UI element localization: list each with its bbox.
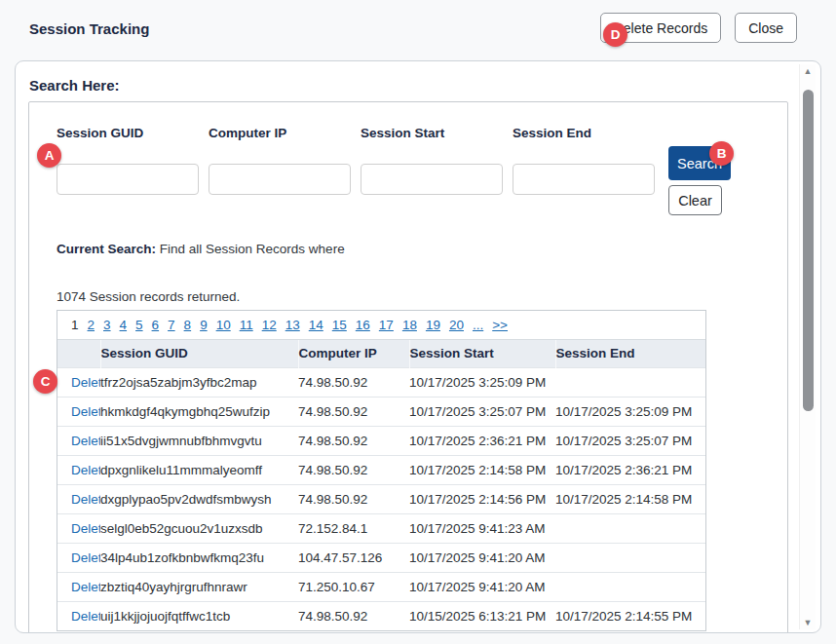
- session-end-input[interactable]: [513, 164, 655, 195]
- session-start-cell: 10/17/2025 3:25:09 PM: [409, 368, 555, 398]
- session-start-column-header: Session Start: [409, 340, 555, 368]
- delete-row-link[interactable]: Delete: [71, 463, 100, 477]
- delete-row-link[interactable]: Delete: [71, 580, 100, 594]
- table-row: Deletedpxgnlikelu11mmmalyeomff74.98.50.9…: [57, 456, 705, 485]
- delete-row-link[interactable]: Delete: [71, 609, 100, 624]
- session-guid-cell: dpxgnlikelu11mmmalyeomff: [100, 456, 298, 485]
- pagination-link[interactable]: 14: [309, 318, 323, 332]
- pagination-link[interactable]: 7: [168, 318, 175, 332]
- pagination-link[interactable]: 3: [103, 318, 111, 332]
- table-header-row: Session GUID Computer IP Session Start S…: [57, 340, 705, 368]
- pagination-link[interactable]: 9: [200, 318, 208, 332]
- session-start-label: Session Start: [361, 126, 513, 140]
- search-heading: Search Here:: [29, 77, 786, 94]
- pagination-link[interactable]: 13: [285, 318, 300, 332]
- session-start-cell: 10/15/2025 6:13:21 PM: [409, 602, 555, 631]
- session-start-cell: 10/17/2025 9:41:23 AM: [409, 514, 555, 544]
- delete-cell: Delete: [57, 573, 100, 602]
- pagination-link[interactable]: 2: [88, 318, 95, 332]
- delete-cell: Delete: [57, 398, 100, 427]
- pagination: 1234567891011121314151617181920...>>: [57, 311, 705, 340]
- pagination-link[interactable]: 12: [262, 318, 277, 332]
- session-guid-cell: selgl0eb52gcuou2v1uzxsdb: [100, 514, 298, 544]
- computer-ip-cell: 74.98.50.92: [298, 602, 409, 631]
- computer-ip-cell: 104.47.57.126: [298, 544, 409, 573]
- pagination-link[interactable]: 17: [379, 318, 394, 332]
- session-end-column-header: Session End: [555, 340, 705, 368]
- scroll-up-icon[interactable]: ▲: [800, 64, 816, 78]
- session-start-input[interactable]: [361, 164, 503, 195]
- current-search-text: Find all Session Records where: [160, 242, 345, 256]
- session-end-cell: 10/17/2025 2:14:55 PM: [555, 602, 705, 631]
- table-row: Deletehkmkdgf4qkymgbhq25wufzip74.98.50.9…: [57, 398, 705, 427]
- computer-ip-cell: 74.98.50.92: [298, 427, 409, 456]
- delete-cell: Delete: [57, 456, 100, 485]
- pagination-link[interactable]: 8: [184, 318, 192, 332]
- session-guid-cell: ii51x5dvgjwmnubfbhmvgvtu: [100, 427, 298, 456]
- pagination-link[interactable]: 20: [449, 318, 464, 332]
- pagination-link[interactable]: 5: [135, 318, 143, 332]
- delete-row-link[interactable]: Delete: [71, 404, 100, 419]
- delete-cell: Delete: [57, 544, 100, 573]
- pagination-link[interactable]: 11: [240, 318, 253, 332]
- computer-ip-cell: 74.98.50.92: [298, 368, 409, 398]
- session-start-cell: 10/17/2025 3:25:07 PM: [409, 398, 555, 427]
- session-guid-column-header: Session GUID: [100, 340, 298, 368]
- computer-ip-input[interactable]: [209, 164, 351, 195]
- session-end-cell: [555, 544, 705, 573]
- session-end-cell: 10/17/2025 3:25:07 PM: [555, 427, 705, 456]
- annotation-badge-a: A: [37, 143, 61, 168]
- session-guid-cell: 34lp4ub1zofkbnbwfkmq23fu: [100, 544, 298, 573]
- pagination-link[interactable]: 18: [402, 318, 417, 332]
- pagination-link[interactable]: 19: [426, 318, 440, 332]
- session-end-cell: [555, 368, 705, 398]
- field-session-guid: Session GUID: [57, 126, 209, 215]
- session-end-cell: 10/17/2025 2:14:58 PM: [555, 485, 705, 514]
- session-end-cell: [555, 573, 705, 602]
- scroll-down-icon[interactable]: ▼: [800, 616, 816, 629]
- current-search-label: Current Search:: [57, 242, 156, 256]
- field-session-end: Session End: [513, 126, 665, 215]
- session-end-cell: 10/17/2025 3:25:09 PM: [555, 398, 705, 427]
- session-guid-cell: hkmkdgf4qkymgbhq25wufzip: [100, 398, 298, 427]
- computer-ip-column-header: Computer IP: [298, 340, 409, 368]
- computer-ip-cell: 74.98.50.92: [298, 456, 409, 485]
- session-table-body: Deletetfrz2ojsa5zabjm3yfbc2map74.98.50.9…: [57, 368, 705, 631]
- pagination-link[interactable]: 4: [120, 318, 128, 332]
- session-start-cell: 10/17/2025 9:41:20 AM: [409, 573, 555, 602]
- session-guid-input[interactable]: [57, 164, 199, 195]
- delete-cell: Delete: [57, 427, 100, 456]
- pagination-link[interactable]: 6: [152, 318, 160, 332]
- pagination-link[interactable]: 15: [332, 318, 347, 332]
- delete-row-link[interactable]: Delete: [71, 521, 100, 536]
- pagination-link[interactable]: 10: [216, 318, 231, 332]
- table-row: Deletetfrz2ojsa5zabjm3yfbc2map74.98.50.9…: [57, 368, 705, 398]
- pagination-link[interactable]: 16: [356, 318, 370, 332]
- session-end-label: Session End: [513, 126, 665, 140]
- pagination-link[interactable]: >>: [492, 318, 508, 332]
- computer-ip-cell: 74.98.50.92: [298, 398, 409, 427]
- computer-ip-cell: 72.152.84.1: [298, 514, 409, 544]
- session-start-cell: 10/17/2025 2:14:58 PM: [409, 456, 555, 485]
- session-guid-cell: uij1kkjjojuojfqtffwc1tcb: [100, 602, 298, 631]
- delete-cell: Delete: [57, 368, 100, 398]
- delete-cell: Delete: [57, 602, 100, 631]
- delete-row-link[interactable]: Delete: [71, 375, 100, 390]
- table-row: Deletedxgplypao5pv2dwdfsmbwysh74.98.50.9…: [57, 485, 705, 514]
- pagination-link[interactable]: ...: [473, 318, 483, 332]
- delete-column-header: [57, 340, 100, 368]
- delete-row-link[interactable]: Delete: [71, 550, 100, 565]
- computer-ip-label: Computer IP: [209, 126, 361, 140]
- close-button[interactable]: Close: [735, 13, 797, 43]
- vertical-scrollbar[interactable]: ▲ ▼: [799, 64, 816, 629]
- search-box: Session GUID Computer IP Session Start S…: [28, 101, 788, 633]
- delete-row-link[interactable]: Delete: [71, 434, 100, 448]
- session-guid-label: Session GUID: [57, 126, 209, 140]
- delete-row-link[interactable]: Delete: [71, 492, 100, 507]
- scrollbar-thumb[interactable]: [803, 90, 814, 411]
- table-row: Deleteuij1kkjjojuojfqtffwc1tcb74.98.50.9…: [57, 602, 705, 631]
- table-row: Deletezbztiq40yayhjrgrufhnrawr71.250.10.…: [57, 573, 705, 602]
- session-start-cell: 10/17/2025 9:41:20 AM: [409, 544, 555, 573]
- table-row: Delete34lp4ub1zofkbnbwfkmq23fu104.47.57.…: [57, 544, 705, 573]
- clear-button[interactable]: Clear: [668, 185, 722, 215]
